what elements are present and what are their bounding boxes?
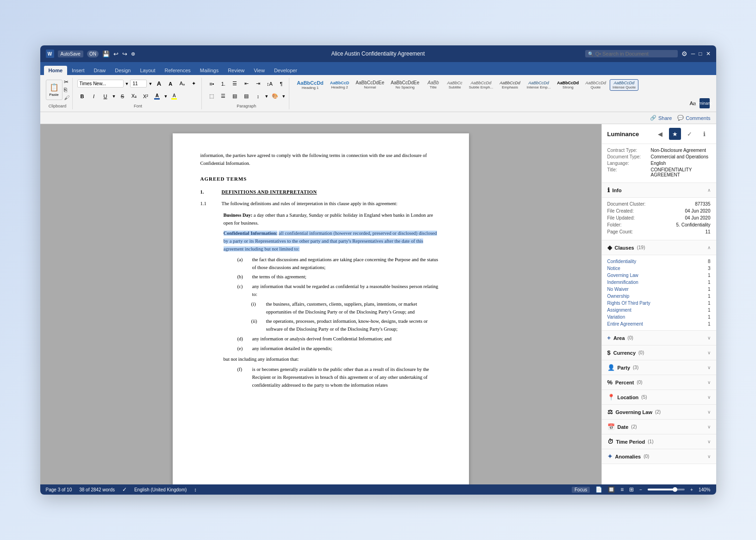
maximize-icon[interactable]: □: [699, 50, 702, 57]
decrease-indent-button[interactable]: ⇤: [241, 79, 251, 89]
save-icon[interactable]: 💾: [102, 50, 110, 57]
search-input[interactable]: [585, 50, 678, 57]
tab-mailings[interactable]: Mailings: [195, 66, 223, 75]
view-icon-4[interactable]: ⊞: [629, 486, 634, 493]
style-quote[interactable]: AaBbCcDdQuote: [582, 79, 609, 91]
panel-back-button[interactable]: ◀: [654, 128, 666, 140]
numbering-button[interactable]: 1.: [218, 79, 228, 89]
clause-assignment-link[interactable]: Assignment: [607, 308, 631, 313]
bold-button[interactable]: B: [77, 91, 87, 101]
highlight-button[interactable]: A: [169, 91, 179, 101]
style-subtle-emph[interactable]: AaBbCcDdSubtle Emph...: [466, 79, 496, 91]
strikethrough-button[interactable]: S: [117, 91, 127, 101]
clause-governing-law-link[interactable]: Governing Law: [607, 273, 638, 278]
comments-button[interactable]: 💬 Comments: [677, 115, 710, 121]
font-name-input[interactable]: [77, 80, 124, 88]
style-no-spacing[interactable]: AaBbCcDdEeNo Spacing: [388, 79, 422, 91]
font-size-input[interactable]: [130, 80, 147, 88]
clause-entire-agreement-link[interactable]: Entire Agreement: [607, 321, 643, 327]
align-center-button[interactable]: ☰: [218, 91, 228, 101]
increase-font-button[interactable]: A: [154, 79, 164, 89]
share-button[interactable]: 🔗 Share: [650, 115, 672, 121]
font-dropdown-arrow[interactable]: ▼: [125, 82, 129, 86]
focus-label[interactable]: Focus: [572, 487, 590, 493]
clear-format-button[interactable]: ✦: [188, 79, 199, 89]
currency-section-header[interactable]: $ Currency (0): [602, 345, 716, 360]
clause-variation-link[interactable]: Variation: [607, 314, 625, 320]
style-intense-emph[interactable]: AaBbCcDdIntense Emp...: [524, 79, 554, 91]
superscript-button[interactable]: X²: [140, 91, 150, 101]
copy-icon[interactable]: ⎘: [64, 87, 69, 93]
format-painter-icon[interactable]: 🖌: [64, 94, 69, 101]
tab-references[interactable]: References: [160, 66, 195, 75]
clauses-section-header[interactable]: ◆ Clauses (19): [602, 240, 716, 255]
clause-confidentiality-link[interactable]: Confidentiality: [607, 259, 637, 264]
font-color-arrow[interactable]: ▼: [163, 94, 168, 99]
panel-star-button[interactable]: ★: [669, 128, 681, 140]
shading-button[interactable]: 🎨: [270, 91, 280, 101]
style-strong[interactable]: AaBbCcDdStrong: [554, 79, 581, 91]
change-case-button[interactable]: Aₐ: [177, 79, 187, 89]
page-area[interactable]: information, the parties have agreed to …: [40, 124, 601, 484]
date-section-header[interactable]: 📅 Date (2): [602, 420, 716, 434]
view-icon-2[interactable]: 🔲: [608, 486, 615, 493]
panel-check-button[interactable]: ✓: [684, 128, 696, 140]
style-heading2[interactable]: AaBbCcDHeading 2: [327, 79, 352, 91]
sort-button[interactable]: ↕A: [264, 79, 275, 89]
tab-draw[interactable]: Draw: [89, 66, 111, 75]
undo-icon[interactable]: ↩: [113, 50, 119, 57]
minimize-icon[interactable]: ─: [691, 50, 695, 57]
increase-indent-button[interactable]: ⇥: [253, 79, 263, 89]
area-section-header[interactable]: + Area (0): [602, 331, 716, 345]
style-heading1[interactable]: AaBbCcDdHeading 1: [294, 79, 326, 91]
anomalies-section-header[interactable]: ✦ Anomalies (0): [602, 449, 716, 464]
panel-info-button[interactable]: ℹ: [699, 128, 711, 140]
clause-no-waiver-link[interactable]: No Waiver: [607, 287, 629, 292]
governing-law-section-header[interactable]: ⚖ Governing Law (2): [602, 405, 716, 420]
line-spacing-button[interactable]: ↕: [253, 91, 263, 101]
font-size-arrow[interactable]: ▼: [148, 82, 152, 86]
tab-review[interactable]: Review: [223, 66, 249, 75]
bullets-button[interactable]: ≡•: [206, 79, 217, 89]
tab-insert[interactable]: Insert: [67, 66, 89, 75]
settings-icon[interactable]: ⚙: [681, 50, 687, 57]
paste-button[interactable]: 📋 Paste: [46, 80, 62, 100]
luminance-ribbon-button[interactable]: Luminance: [700, 98, 710, 108]
tab-view[interactable]: View: [249, 66, 269, 75]
tab-layout[interactable]: Layout: [136, 66, 160, 75]
multilevel-button[interactable]: ☰: [230, 79, 240, 89]
clause-rights-third-party-link[interactable]: Rights Of Third Party: [607, 301, 650, 306]
style-intense-quote[interactable]: AaBbCcDdIntense Quote: [610, 79, 638, 91]
clause-notice-link[interactable]: Notice: [607, 266, 620, 271]
font-color-button[interactable]: A: [152, 91, 162, 101]
underline-button[interactable]: U: [100, 91, 111, 101]
redo-icon[interactable]: ↪: [122, 50, 127, 57]
view-icon-3[interactable]: ≡: [620, 486, 624, 493]
zoom-minus[interactable]: −: [639, 487, 642, 492]
customize-icon[interactable]: ⊕: [131, 51, 135, 57]
track-changes-icon[interactable]: ↕: [194, 487, 197, 492]
tab-developer[interactable]: Developer: [269, 66, 302, 75]
style-emphasis[interactable]: AaBbCcDdEmphasis: [497, 79, 523, 91]
proofing-icon[interactable]: ✓: [122, 486, 127, 493]
tab-home[interactable]: Home: [44, 66, 68, 75]
line-spacing-arrow[interactable]: ▼: [264, 94, 269, 99]
shading-arrow[interactable]: ▼: [281, 94, 286, 99]
underline-arrow[interactable]: ▼: [112, 94, 116, 99]
info-section-header[interactable]: ℹ Info: [602, 183, 716, 198]
subscript-button[interactable]: X₂: [129, 91, 139, 101]
italic-button[interactable]: I: [89, 91, 99, 101]
align-left-button[interactable]: ⬚: [206, 91, 217, 101]
location-section-header[interactable]: 📍 Location (5): [602, 390, 716, 405]
view-icon-1[interactable]: 📄: [595, 486, 602, 493]
close-icon[interactable]: ✕: [706, 50, 711, 57]
clause-ownership-link[interactable]: Ownership: [607, 294, 630, 299]
clause-indemnification-link[interactable]: Indemnification: [607, 280, 638, 285]
zoom-plus[interactable]: +: [690, 487, 693, 492]
tab-design[interactable]: Design: [110, 66, 135, 75]
style-title[interactable]: AaBbTitle: [423, 79, 444, 91]
party-section-header[interactable]: 👤 Party (3): [602, 360, 716, 375]
cut-icon[interactable]: ✂: [64, 79, 69, 85]
justify-button[interactable]: ▤: [241, 91, 251, 101]
decrease-font-button[interactable]: A: [165, 79, 175, 89]
